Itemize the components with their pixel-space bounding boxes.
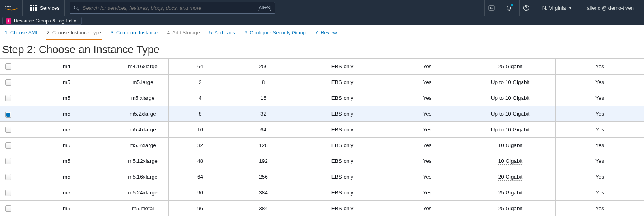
instance-type-cell: m5.2xlarge	[117, 106, 169, 122]
instance-family-cell: m5	[16, 90, 117, 106]
storage-cell: EBS only	[295, 185, 390, 201]
network-perf-cell: 25 Gigabit	[465, 185, 556, 201]
wizard-step-6[interactable]: 6. Configure Security Group	[244, 28, 307, 40]
ipv6-cell: Yes	[556, 59, 644, 75]
network-perf-cell: 25 Gigabit	[465, 59, 556, 75]
wizard-step-5[interactable]: 5. Add Tags	[209, 28, 236, 40]
instance-type-cell: m5.metal	[117, 201, 169, 216]
wizard-step-label: 5. Add Tags	[209, 30, 235, 35]
instance-family-cell: m4	[16, 59, 117, 75]
notifications-button[interactable]	[502, 0, 516, 16]
ebs-optimized-cell: Yes	[390, 75, 465, 90]
storage-cell: EBS only	[295, 122, 390, 138]
memory-cell: 256	[232, 59, 295, 75]
storage-cell: EBS only	[295, 201, 390, 216]
vcpus-cell: 4	[169, 90, 232, 106]
storage-cell: EBS only	[295, 169, 390, 185]
ebs-optimized-cell: Yes	[390, 153, 465, 169]
services-label: Services	[40, 5, 60, 11]
instance-type-cell: m5.4xlarge	[117, 122, 169, 138]
sub-nav-bar: Resource Groups & Tag Editor	[0, 16, 644, 25]
memory-cell: 32	[232, 106, 295, 122]
global-search[interactable]: [Alt+S]	[70, 2, 275, 14]
table-row[interactable]: m5m5.16xlarge64256EBS onlyYes20 GigabitY…	[0, 169, 644, 185]
row-checkbox[interactable]	[5, 63, 11, 70]
instance-family-cell: m5	[16, 153, 117, 169]
wizard-step-label: 1. Choose AMI	[5, 30, 37, 35]
storage-cell: EBS only	[295, 75, 390, 90]
region-selector[interactable]: N. Virginia ▼	[537, 0, 578, 16]
storage-cell: EBS only	[295, 90, 390, 106]
vcpus-cell: 8	[169, 106, 232, 122]
memory-cell: 128	[232, 138, 295, 153]
row-checkbox[interactable]	[5, 95, 11, 101]
table-row[interactable]: m5m5.metal96384EBS onlyYes25 GigabitYes	[0, 201, 644, 216]
table-row[interactable]: m5m5.xlarge416EBS onlyYesUp to 10 Gigabi…	[0, 90, 644, 106]
row-checkbox[interactable]	[5, 190, 11, 196]
wizard-step-7[interactable]: 7. Review	[314, 28, 338, 40]
ipv6-cell: Yes	[556, 153, 644, 169]
ebs-optimized-cell: Yes	[390, 138, 465, 153]
wizard-step-label: 4. Add Storage	[167, 30, 200, 35]
ipv6-cell: Yes	[556, 185, 644, 201]
row-checkbox[interactable]	[5, 79, 11, 86]
search-input[interactable]	[83, 5, 254, 11]
svg-line-2	[77, 9, 79, 10]
memory-cell: 8	[232, 75, 295, 90]
table-row[interactable]: m5m5.4xlarge1664EBS onlyYesUp to 10 Giga…	[0, 122, 644, 138]
ipv6-cell: Yes	[556, 138, 644, 153]
vcpus-cell: 96	[169, 185, 232, 201]
aws-logo-icon: aws	[5, 4, 18, 12]
storage-cell: EBS only	[295, 153, 390, 169]
network-perf-cell: Up to 10 Gigabit	[465, 122, 556, 138]
svg-point-6	[526, 9, 527, 9]
network-perf-cell: 10 Gigabit	[465, 138, 556, 153]
instance-family-cell: m5	[16, 185, 117, 201]
table-row[interactable]: m5m5.large28EBS onlyYesUp to 10 GigabitY…	[0, 75, 644, 90]
ipv6-cell: Yes	[556, 90, 644, 106]
row-checkbox[interactable]	[5, 127, 11, 133]
user-label: allenc @ demo-tlven	[587, 5, 634, 11]
wizard-step-label: 6. Configure Security Group	[245, 30, 306, 35]
instance-type-cell: m4.16xlarge	[117, 59, 169, 75]
row-checkbox[interactable]	[5, 205, 11, 212]
vcpus-cell: 32	[169, 138, 232, 153]
instance-type-table: m4m4.16xlarge64256EBS onlyYes25 GigabitY…	[0, 58, 644, 216]
cloudshell-button[interactable]	[484, 0, 499, 16]
instance-type-cell: m5.16xlarge	[117, 169, 169, 185]
cloudshell-icon	[488, 4, 495, 11]
wizard-steps: 1. Choose AMI2. Choose Instance Type3. C…	[0, 25, 644, 40]
table-row[interactable]: m5m5.2xlarge832EBS onlyYesUp to 10 Gigab…	[0, 106, 644, 122]
memory-cell: 16	[232, 90, 295, 106]
ipv6-cell: Yes	[556, 169, 644, 185]
network-perf-cell: Up to 10 Gigabit	[465, 90, 556, 106]
row-checkbox[interactable]	[5, 142, 11, 149]
table-row[interactable]: m4m4.16xlarge64256EBS onlyYes25 GigabitY…	[0, 59, 644, 75]
table-row[interactable]: m5m5.8xlarge32128EBS onlyYes10 GigabitYe…	[0, 138, 644, 153]
aws-logo[interactable]: aws	[5, 0, 23, 16]
search-shortcut-label: [Alt+S]	[257, 5, 271, 11]
table-row[interactable]: m5m5.24xlarge96384EBS onlyYes25 GigabitY…	[0, 185, 644, 201]
wizard-step-label: 2. Choose Instance Type	[47, 30, 101, 35]
table-row[interactable]: m5m5.12xlarge48192EBS onlyYes10 GigabitY…	[0, 153, 644, 169]
row-checkbox[interactable]	[5, 112, 11, 118]
wizard-step-2[interactable]: 2. Choose Instance Type	[46, 28, 102, 40]
row-checkbox[interactable]	[5, 158, 11, 164]
user-menu[interactable]: allenc @ demo-tlven	[581, 0, 639, 16]
network-perf-cell: 20 Gigabit	[465, 169, 556, 185]
memory-cell: 256	[232, 169, 295, 185]
wizard-step-3[interactable]: 3. Configure Instance	[110, 28, 158, 40]
search-icon	[73, 5, 79, 11]
resource-groups-button[interactable]: Resource Groups & Tag Editor	[2, 17, 82, 25]
help-button[interactable]	[519, 0, 533, 16]
network-perf-cell: Up to 10 Gigabit	[465, 75, 556, 90]
notification-dot	[511, 4, 513, 6]
wizard-step-1[interactable]: 1. Choose AMI	[4, 28, 38, 40]
memory-cell: 384	[232, 201, 295, 216]
vcpus-cell: 96	[169, 201, 232, 216]
wizard-step-4: 4. Add Storage	[166, 28, 201, 40]
row-checkbox[interactable]	[5, 174, 11, 180]
services-menu-button[interactable]: Services	[26, 0, 65, 16]
wizard-step-label: 3. Configure Instance	[111, 30, 158, 35]
vcpus-cell: 64	[169, 59, 232, 75]
